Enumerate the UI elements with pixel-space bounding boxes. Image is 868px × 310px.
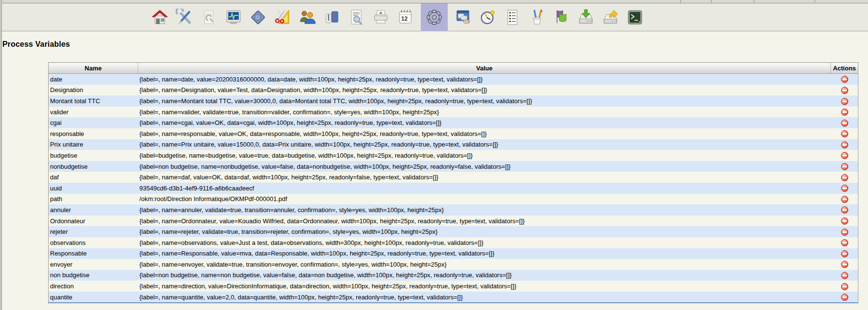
minus-icon <box>842 111 847 113</box>
document-wrench-icon <box>200 9 218 26</box>
variable-value: {label=, name=daf, value=OK, data=daf, w… <box>138 172 831 183</box>
minus-icon <box>842 90 847 91</box>
toolbar-language-button[interactable] <box>552 3 570 31</box>
toolbar-console-button[interactable] <box>626 3 644 31</box>
table-row: direction{label=, name=direction, value=… <box>49 281 858 292</box>
variable-name: date <box>49 74 138 85</box>
delete-variable-button[interactable] <box>841 196 848 203</box>
window-left-edge <box>0 0 2 310</box>
row-actions <box>831 226 858 237</box>
variable-value: {label=, name=Prix unitaire, value=15000… <box>138 139 831 150</box>
toolbar-profiles-button[interactable] <box>323 3 341 31</box>
toolbar-scheduled-tasks-button[interactable] <box>479 3 497 31</box>
toolbar-repository-import-button[interactable] <box>577 3 595 31</box>
variable-value: {label=, name=Designation, value=Test, d… <box>138 85 831 96</box>
row-actions <box>831 128 858 139</box>
tab-separator <box>815 0 815 3</box>
delete-variable-button[interactable] <box>841 185 848 192</box>
delete-variable-button[interactable] <box>841 152 848 159</box>
delete-variable-button[interactable] <box>841 250 848 257</box>
delete-variable-button[interactable] <box>841 98 848 105</box>
delete-variable-button[interactable] <box>841 217 848 225</box>
users-icon <box>298 9 316 26</box>
variable-value: {label=, name=Responsable, value=mva, da… <box>138 248 831 259</box>
delete-variable-button[interactable] <box>841 130 848 137</box>
variable-name: cgai <box>49 117 138 128</box>
toolbar-mime-types-button[interactable] <box>200 3 218 31</box>
row-actions <box>831 194 858 205</box>
variable-name: observations <box>49 237 138 248</box>
minus-icon <box>842 188 847 189</box>
variable-value: {label=, name=Ordonnateur, value=Kouadio… <box>138 216 831 227</box>
minus-icon <box>842 242 847 243</box>
delete-variable-button[interactable] <box>841 272 848 279</box>
table-row: nonbudgetise{label=non budgetise, name=n… <box>49 161 858 172</box>
toolbar-configuration-button[interactable] <box>175 3 194 31</box>
table-row: responsable{label=, name=responsable, va… <box>49 128 858 139</box>
variable-value: {label=, name=annuler, validate=true, tr… <box>138 204 831 216</box>
row-actions <box>831 172 858 183</box>
table-row: rejeter{label=, name=rejeter, validate=t… <box>49 226 858 237</box>
delete-variable-button[interactable] <box>841 229 848 236</box>
row-actions <box>831 270 858 281</box>
variable-value: {label=non budgetise, name=nonbudgetise,… <box>138 161 831 172</box>
row-actions <box>831 281 858 292</box>
row-actions <box>831 204 858 216</box>
delete-variable-button[interactable] <box>841 87 848 94</box>
gear-workflow-icon <box>426 9 443 26</box>
delete-variable-button[interactable] <box>841 294 848 301</box>
column-header-name: Name <box>49 63 138 74</box>
column-header-actions: Actions <box>831 63 858 74</box>
delete-variable-button[interactable] <box>841 108 848 116</box>
variable-name: non budgetise <box>49 270 138 281</box>
diamond-gear-icon <box>249 9 267 26</box>
toolbar-workflow-button-selected[interactable] <box>421 3 448 31</box>
variable-value: {label=budgetise, name=budgetise, value=… <box>138 150 831 161</box>
row-actions <box>831 259 858 270</box>
variable-value: {label=, name=cgai, value=OK, data=cgai,… <box>138 117 831 128</box>
delete-variable-button[interactable] <box>841 174 848 181</box>
row-actions <box>831 216 858 227</box>
toolbar-automation-button[interactable] <box>249 3 267 31</box>
toolbar-repository-export-button[interactable] <box>601 3 620 31</box>
delete-variable-button[interactable] <box>841 283 848 290</box>
toolbar-stats-button[interactable] <box>224 3 243 31</box>
delete-variable-button[interactable] <box>841 76 848 83</box>
delete-variable-button[interactable] <box>841 239 848 246</box>
variable-name: path <box>49 194 138 205</box>
row-actions <box>831 95 858 107</box>
variable-value: /okm:root/Direction Informatique/OKMPdf-… <box>138 194 831 205</box>
table-row: daf{label=, name=daf, value=OK, data=daf… <box>49 172 858 183</box>
row-actions <box>831 117 858 128</box>
toolbar-crontab-button[interactable]: 12 <box>396 3 415 31</box>
variable-value: {label=, name=date, value=20200316000000… <box>138 74 831 85</box>
tab-separator <box>711 0 712 3</box>
toolbar-home-button[interactable] <box>151 3 169 31</box>
minus-icon <box>842 199 847 200</box>
variable-name: direction <box>49 281 138 292</box>
column-header-value: Value <box>138 63 831 74</box>
minus-icon <box>842 264 847 265</box>
table-row: observations{label=, name=observations, … <box>49 237 858 248</box>
variable-value: {label=, name=responsable, value=OK, dat… <box>138 128 831 139</box>
toolbar-activity-log-button[interactable] <box>503 3 521 31</box>
minus-icon <box>842 253 847 255</box>
variable-name: Prix unitaire <box>49 139 138 150</box>
variable-name: envoyer <box>49 259 138 270</box>
variable-name: Responsable <box>49 248 138 259</box>
toolbar-reports-button[interactable] <box>372 3 390 31</box>
delete-variable-button[interactable] <box>841 120 848 127</box>
delete-variable-button[interactable] <box>841 261 848 268</box>
tab-separator <box>754 0 754 3</box>
monitor-stats-icon <box>225 9 242 26</box>
toolbar-css-button[interactable] <box>273 3 292 31</box>
toolbar-plugins-button[interactable] <box>454 3 472 31</box>
row-actions <box>831 237 858 248</box>
delete-variable-button[interactable] <box>841 163 848 170</box>
delete-variable-button[interactable] <box>841 141 848 148</box>
admin-toolbar: 12 <box>0 3 868 31</box>
delete-variable-button[interactable] <box>841 206 848 214</box>
toolbar-check-documents-button[interactable] <box>347 3 365 31</box>
toolbar-scripting-button[interactable] <box>528 3 546 31</box>
toolbar-users-button[interactable] <box>298 3 316 31</box>
